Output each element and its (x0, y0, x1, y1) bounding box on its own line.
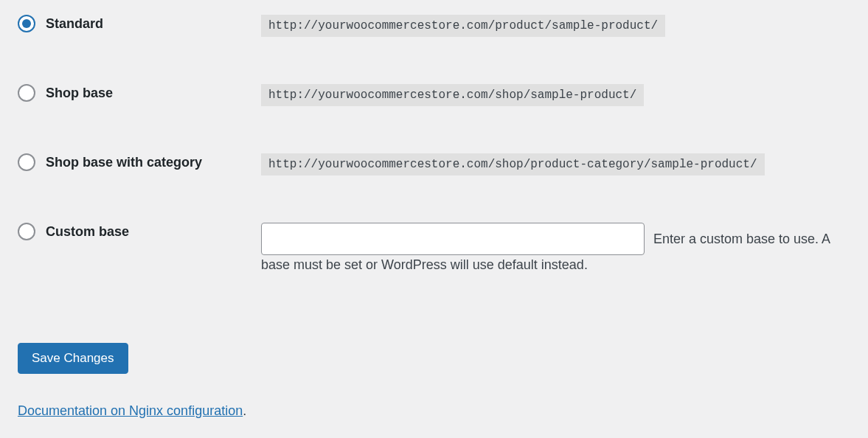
option-row-standard: Standard http://yourwoocommercestore.com… (0, 6, 868, 46)
radio-label-shop-base-category[interactable]: Shop base with category (18, 153, 261, 171)
radio-label-custom-base[interactable]: Custom base (18, 223, 261, 240)
radio-custom-base[interactable] (18, 223, 35, 240)
url-wrap-standard: http://yourwoocommercestore.com/product/… (261, 15, 665, 37)
custom-base-right: Enter a custom base to use. A base must … (261, 223, 851, 275)
label-standard: Standard (46, 16, 103, 32)
url-standard: http://yourwoocommercestore.com/product/… (261, 15, 665, 37)
url-shop-base: http://yourwoocommercestore.com/shop/sam… (261, 84, 644, 106)
label-shop-base-category: Shop base with category (46, 155, 202, 170)
url-wrap-shop-base: http://yourwoocommercestore.com/shop/sam… (261, 84, 644, 106)
nginx-doc-wrap: Documentation on Nginx configuration. (18, 403, 868, 419)
label-custom-base: Custom base (46, 224, 129, 240)
option-row-custom-base: Custom base Enter a custom base to use. … (0, 214, 868, 284)
period: . (243, 403, 246, 418)
radio-shop-base-category[interactable] (18, 153, 35, 171)
radio-standard[interactable] (18, 15, 35, 32)
radio-shop-base[interactable] (18, 84, 35, 102)
radio-label-standard[interactable]: Standard (18, 15, 261, 32)
label-shop-base: Shop base (46, 86, 113, 101)
custom-base-input[interactable] (261, 223, 645, 255)
radio-label-shop-base[interactable]: Shop base (18, 84, 261, 102)
url-wrap-shop-base-category: http://yourwoocommercestore.com/shop/pro… (261, 153, 765, 175)
nginx-doc-link[interactable]: Documentation on Nginx configuration (18, 403, 243, 418)
save-changes-button[interactable]: Save Changes (18, 343, 128, 374)
url-shop-base-category: http://yourwoocommercestore.com/shop/pro… (261, 153, 765, 175)
option-row-shop-base: Shop base http://yourwoocommercestore.co… (0, 75, 868, 115)
option-row-shop-base-category: Shop base with category http://yourwooco… (0, 145, 868, 184)
